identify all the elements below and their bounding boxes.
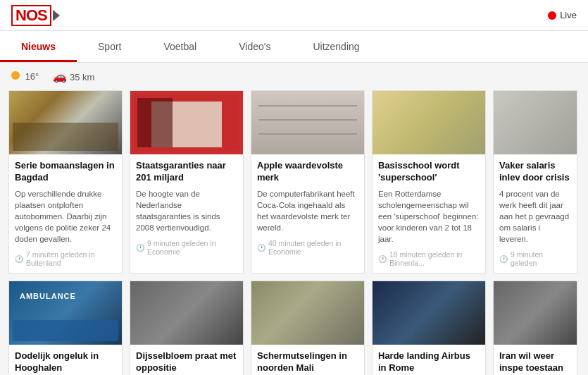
nav-item-voetbal[interactable]: Voetbal	[142, 31, 218, 62]
card-image-apple	[251, 91, 364, 154]
card-meta-basisschool: 🕐 18 minuten geleden in Binnenla...	[378, 250, 480, 267]
distance-info: 🚗 35 km	[53, 70, 94, 83]
card-body-apple: Apple waardevolste merk De computerfabri…	[251, 154, 364, 262]
clock-icon-4: 🕐	[378, 255, 387, 263]
card-title-mali: Schermutselingen in noorden Mali	[257, 350, 358, 374]
live-badge[interactable]: Live	[548, 10, 577, 20]
card-body-staatsgaranties: Staatsgaranties naar 201 miljard De hoog…	[130, 154, 243, 262]
clock-icon-5: 🕐	[499, 255, 508, 263]
cards-container: Serie bomaanslagen in Bagdad Op verschil…	[0, 90, 588, 375]
card-meta-staatsgaranties: 🕐 9 minuten geleden in Economie	[136, 239, 237, 256]
distance: 35 km	[70, 72, 94, 82]
header: NOS Live	[0, 0, 588, 31]
clock-icon-3: 🕐	[257, 244, 265, 252]
card-text-staatsgaranties: De hoogte van de Nederlandse staatsgaran…	[136, 188, 237, 233]
card-image-iran	[494, 281, 577, 345]
card-mali[interactable]: Schermutselingen in noorden Mali	[251, 281, 365, 375]
card-image-dijsselbloem	[130, 281, 243, 345]
card-meta-text-bagdad: 7 minuten geleden in Buitenland	[26, 250, 116, 267]
card-title-staatsgaranties: Staatsgaranties naar 201 miljard	[136, 160, 237, 184]
car-icon: 🚗	[53, 70, 67, 82]
card-title-bagdad: Serie bomaanslagen in Bagdad	[15, 160, 116, 184]
card-title-basisschool: Basisschool wordt 'superschool'	[378, 160, 480, 184]
nos-logo[interactable]: NOS	[11, 5, 60, 26]
weather-dot-icon	[11, 71, 20, 80]
card-body-iran: Iran wil weer inspe toestaan	[494, 345, 577, 375]
card-body-airbus: Harde landing Airbus in Rome	[373, 345, 485, 375]
card-text-apple: De computerfabrikant heeft Coca-Cola ing…	[257, 188, 358, 233]
card-meta-text-salaris: 9 minuten geleden	[511, 250, 571, 267]
card-image-hooghalen: AMBULANCE	[9, 281, 122, 345]
card-meta-apple: 🕐 40 minuten geleden in Economie	[257, 239, 358, 256]
live-label: Live	[560, 10, 577, 20]
card-bagdad[interactable]: Serie bomaanslagen in Bagdad Op verschil…	[8, 90, 123, 273]
clock-icon-2: 🕐	[136, 244, 144, 252]
card-image-salaris	[494, 91, 577, 154]
card-body-salaris: Vaker salaris inlev door crisis 4 procen…	[494, 154, 577, 273]
nav-item-uitzending[interactable]: Uitzending	[292, 31, 380, 62]
card-image-airbus	[373, 281, 485, 345]
card-body-basisschool: Basisschool wordt 'superschool' Een Rott…	[373, 154, 485, 273]
card-title-salaris: Vaker salaris inlev door crisis	[499, 160, 571, 184]
card-body-dijsselbloem: Dijsselbloem praat met oppositie	[130, 345, 243, 375]
info-bar: 16° 🚗 35 km	[0, 63, 588, 90]
weather-info: 16°	[11, 71, 39, 82]
card-text-salaris: 4 procent van de werk heeft dit jaar aan…	[499, 188, 571, 245]
live-dot-icon	[548, 11, 556, 20]
card-hooghalen[interactable]: AMBULANCE Dodelijk ongeluk in Hooghalen	[8, 281, 123, 375]
card-meta-bagdad: 🕐 7 minuten geleden in Buitenland	[15, 250, 116, 267]
card-meta-text-apple: 40 minuten geleden in Economie	[268, 239, 358, 256]
card-image-staatsgaranties	[130, 91, 243, 154]
card-body-mali: Schermutselingen in noorden Mali	[251, 345, 364, 375]
card-salaris[interactable]: Vaker salaris inlev door crisis 4 procen…	[493, 90, 577, 273]
temperature: 16°	[25, 71, 39, 82]
card-airbus[interactable]: Harde landing Airbus in Rome	[372, 281, 486, 375]
card-title-dijsselbloem: Dijsselbloem praat met oppositie	[136, 350, 237, 374]
card-title-hooghalen: Dodelijk ongeluk in Hooghalen	[15, 350, 116, 374]
cards-row-2: AMBULANCE Dodelijk ongeluk in Hooghalen …	[8, 281, 580, 375]
card-image-bagdad	[9, 91, 122, 154]
card-text-basisschool: Een Rotterdamse scholengemeenschap wil e…	[378, 188, 480, 245]
card-body-bagdad: Serie bomaanslagen in Bagdad Op verschil…	[9, 154, 122, 273]
cards-row-1: Serie bomaanslagen in Bagdad Op verschil…	[8, 90, 580, 273]
card-basisschool[interactable]: Basisschool wordt 'superschool' Een Rott…	[372, 90, 486, 273]
card-staatsgaranties[interactable]: Staatsgaranties naar 201 miljard De hoog…	[130, 90, 244, 273]
card-title-apple: Apple waardevolste merk	[257, 160, 358, 184]
main-nav: Nieuws Sport Voetbal Video's Uitzending	[0, 31, 588, 63]
card-meta-text-staatsgaranties: 9 minuten geleden in Economie	[147, 239, 237, 256]
card-title-airbus: Harde landing Airbus in Rome	[378, 350, 480, 374]
logo-text: NOS	[11, 5, 51, 26]
card-apple[interactable]: Apple waardevolste merk De computerfabri…	[251, 90, 365, 273]
card-title-iran: Iran wil weer inspe toestaan	[499, 350, 571, 374]
nav-item-nieuws[interactable]: Nieuws	[0, 31, 77, 62]
card-iran[interactable]: Iran wil weer inspe toestaan	[493, 281, 577, 375]
nav-item-videos[interactable]: Video's	[218, 31, 292, 62]
card-image-mali	[251, 281, 364, 345]
card-meta-salaris: 🕐 9 minuten geleden	[499, 250, 571, 267]
card-text-bagdad: Op verschillende drukke plaatsen ontplof…	[15, 188, 116, 245]
card-image-basisschool	[373, 91, 485, 154]
nav-item-sport[interactable]: Sport	[77, 31, 142, 62]
card-body-hooghalen: Dodelijk ongeluk in Hooghalen	[9, 345, 122, 375]
clock-icon: 🕐	[15, 255, 23, 263]
card-dijsselbloem[interactable]: Dijsselbloem praat met oppositie	[130, 281, 244, 375]
logo-arrow-icon	[53, 10, 60, 21]
card-meta-text-basisschool: 18 minuten geleden in Binnenla...	[389, 250, 480, 267]
